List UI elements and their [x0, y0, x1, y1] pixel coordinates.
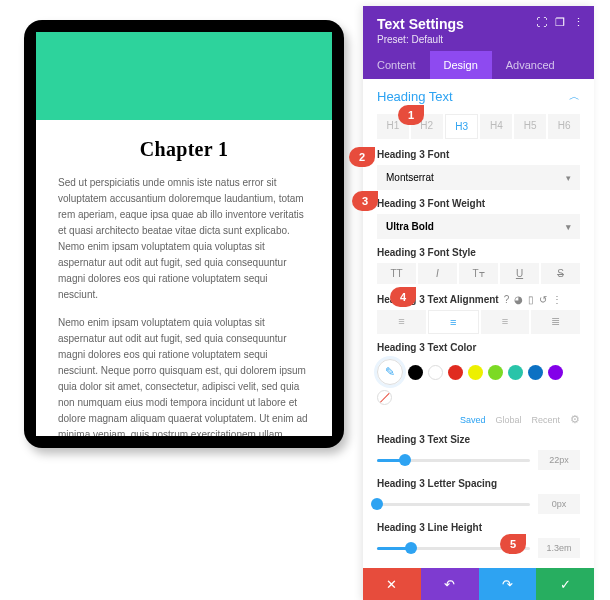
palette-saved[interactable]: Saved	[460, 415, 486, 425]
weight-label: Heading 3 Font Weight	[377, 198, 580, 209]
hover-icon[interactable]: ◕	[514, 294, 523, 305]
undo-button[interactable]: ↶	[421, 568, 479, 600]
align-left-button[interactable]: ≡	[377, 310, 426, 334]
weight-value: Ultra Bold	[386, 221, 434, 232]
section-title: Heading Text	[377, 89, 453, 104]
swatch-white[interactable]	[428, 365, 443, 380]
palette-recent[interactable]: Recent	[531, 415, 560, 425]
align-right-button[interactable]: ≡	[481, 310, 530, 334]
style-label: Heading 3 Font Style	[377, 247, 580, 258]
palette-global[interactable]: Global	[495, 415, 521, 425]
drag-icon[interactable]: ❐	[555, 16, 565, 29]
strikethrough-button[interactable]: S	[541, 263, 580, 284]
more-icon[interactable]: ⋮	[552, 294, 562, 305]
heading-h4[interactable]: H4	[480, 114, 512, 139]
redo-button[interactable]: ↷	[479, 568, 537, 600]
callout-4: 4	[390, 287, 416, 307]
chevron-up-icon: ︿	[569, 89, 580, 104]
preview-paragraph: Nemo enim ipsam voluptatem quia voluptas…	[58, 315, 310, 436]
cancel-button[interactable]: ✕	[363, 568, 421, 600]
swatch-black[interactable]	[408, 365, 423, 380]
swatch-teal[interactable]	[508, 365, 523, 380]
heading-h3[interactable]: H3	[445, 114, 479, 139]
section-heading-text[interactable]: Heading Text ︿	[363, 79, 594, 108]
callout-3: 3	[352, 191, 378, 211]
caret-icon: ▾	[566, 173, 571, 183]
help-icon[interactable]: ?	[504, 294, 510, 305]
font-value: Montserrat	[386, 172, 434, 183]
tablet-screen: Chapter 1 Sed ut perspiciatis unde omnis…	[36, 32, 332, 436]
panel-tabs: Content Design Advanced	[363, 51, 594, 79]
alignment-row: ≡ ≡ ≡ ≣	[377, 310, 580, 334]
heading-h5[interactable]: H5	[514, 114, 546, 139]
tab-design[interactable]: Design	[430, 51, 492, 79]
callout-5: 5	[500, 534, 526, 554]
color-label: Heading 3 Text Color	[377, 342, 580, 353]
swatch-green[interactable]	[488, 365, 503, 380]
swatch-purple[interactable]	[548, 365, 563, 380]
line-height-value[interactable]: 1.3em	[538, 538, 580, 558]
preview-paragraph: Sed ut perspiciatis unde omnis iste natu…	[58, 175, 310, 303]
spacing-label: Heading 3 Letter Spacing	[377, 478, 580, 489]
chapter-heading: Chapter 1	[58, 138, 310, 161]
caret-icon: ▾	[566, 222, 571, 232]
text-size-value[interactable]: 22px	[538, 450, 580, 470]
gear-icon[interactable]: ⚙	[570, 413, 580, 426]
callout-1: 1	[398, 105, 424, 125]
letter-spacing-slider[interactable]	[377, 503, 530, 506]
letter-spacing-value[interactable]: 0px	[538, 494, 580, 514]
eyedropper-button[interactable]: ✎	[377, 359, 403, 385]
align-justify-button[interactable]: ≣	[531, 310, 580, 334]
callout-2: 2	[349, 147, 375, 167]
panel-preset[interactable]: Preset: Default	[377, 34, 580, 45]
swatch-red[interactable]	[448, 365, 463, 380]
save-button[interactable]: ✓	[536, 568, 594, 600]
tab-content[interactable]: Content	[363, 51, 430, 79]
uppercase-button[interactable]: TT	[377, 263, 416, 284]
text-size-slider[interactable]	[377, 459, 530, 462]
preview-content: Chapter 1 Sed ut perspiciatis unde omnis…	[36, 120, 332, 436]
color-swatches: ✎	[377, 359, 580, 405]
panel-header: Text Settings Preset: Default ⛶ ❐ ⋮	[363, 6, 594, 51]
reset-icon[interactable]: ↺	[539, 294, 547, 305]
expand-icon[interactable]: ⛶	[536, 16, 547, 29]
heading-h6[interactable]: H6	[548, 114, 580, 139]
tablet-preview: Chapter 1 Sed ut perspiciatis unde omnis…	[24, 20, 344, 448]
align-center-button[interactable]: ≡	[428, 310, 479, 334]
lineheight-label: Heading 3 Line Height	[377, 522, 580, 533]
font-select[interactable]: Montserrat ▾	[377, 165, 580, 190]
underline-button[interactable]: U	[500, 263, 539, 284]
palette-tabs: Saved Global Recent ⚙	[377, 413, 580, 426]
panel-footer: ✕ ↶ ↷ ✓	[363, 568, 594, 600]
tab-advanced[interactable]: Advanced	[492, 51, 569, 79]
font-label: Heading 3 Font	[377, 149, 580, 160]
weight-select[interactable]: Ultra Bold ▾	[377, 214, 580, 239]
preview-banner	[36, 32, 332, 120]
font-style-row: TT I Tᴛ U S	[377, 263, 580, 284]
device-icon[interactable]: ▯	[528, 294, 534, 305]
italic-button[interactable]: I	[418, 263, 457, 284]
swatch-yellow[interactable]	[468, 365, 483, 380]
size-label: Heading 3 Text Size	[377, 434, 580, 445]
swatch-none[interactable]	[377, 390, 392, 405]
menu-icon[interactable]: ⋮	[573, 16, 584, 29]
swatch-blue[interactable]	[528, 365, 543, 380]
smallcaps-button[interactable]: Tᴛ	[459, 263, 498, 284]
